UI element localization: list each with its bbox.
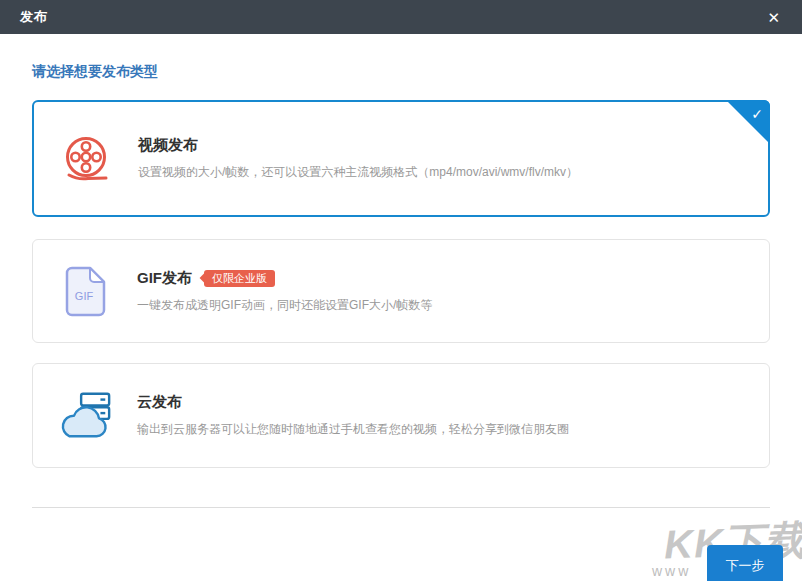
card-text: 视频发布 设置视频的大小/帧数，还可以设置六种主流视频格式（mp4/mov/av…	[138, 136, 578, 181]
page-title: 请选择想要发布类型	[32, 63, 770, 81]
dialog-body: 请选择想要发布类型 ✓ 视频发布 设置视频的大小/帧数，还可以设置六种主流视频格…	[0, 63, 802, 468]
cloud-server-icon	[57, 388, 113, 444]
selected-corner	[726, 100, 770, 144]
check-icon: ✓	[751, 106, 763, 122]
footer-divider	[32, 507, 770, 508]
svg-text:GIF: GIF	[75, 290, 94, 302]
card-description: 输出到云服务器可以让您随时随地通过手机查看您的视频，轻松分享到微信朋友圈	[137, 421, 569, 438]
dialog-titlebar: 发布 ✕	[0, 0, 802, 34]
card-gif-publish[interactable]: GIF GIF发布 仅限企业版 一键发布成透明GIF动画，同时还能设置GIF大小…	[32, 239, 770, 343]
card-video-publish[interactable]: ✓ 视频发布 设置视频的大小/帧数，还可以设置六种主流视频格式（mp4/mov/…	[32, 100, 770, 217]
enterprise-only-badge: 仅限企业版	[204, 270, 275, 287]
card-description: 一键发布成透明GIF动画，同时还能设置GIF大小/帧数等	[137, 297, 432, 314]
dialog-title: 发布	[20, 8, 48, 26]
film-reel-icon	[58, 131, 114, 187]
next-step-button[interactable]: 下一步	[707, 545, 783, 581]
card-cloud-publish[interactable]: 云发布 输出到云服务器可以让您随时随地通过手机查看您的视频，轻松分享到微信朋友圈	[32, 363, 770, 468]
card-title: 视频发布	[138, 136, 198, 155]
card-text: 云发布 输出到云服务器可以让您随时随地通过手机查看您的视频，轻松分享到微信朋友圈	[137, 393, 569, 438]
gif-file-icon: GIF	[57, 263, 113, 319]
card-title: GIF发布	[137, 269, 192, 288]
site-watermark-url: www	[652, 563, 691, 579]
card-title: 云发布	[137, 393, 182, 412]
card-description: 设置视频的大小/帧数，还可以设置六种主流视频格式（mp4/mov/avi/wmv…	[138, 164, 578, 181]
card-text: GIF发布 仅限企业版 一键发布成透明GIF动画，同时还能设置GIF大小/帧数等	[137, 269, 432, 314]
close-icon[interactable]: ✕	[761, 8, 786, 27]
